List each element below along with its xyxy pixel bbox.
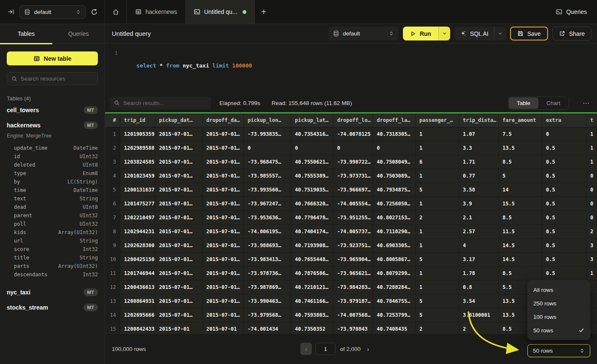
cell[interactable]: 0.8: [459, 280, 499, 294]
cell[interactable]: 2015-07-01…: [203, 183, 244, 197]
cell[interactable]: -73.965904…: [333, 253, 373, 267]
cell[interactable]: 3.3: [459, 141, 499, 155]
cell[interactable]: 0.5: [542, 267, 586, 280]
cell[interactable]: 1: [416, 239, 459, 253]
cell[interactable]: 40.7519035…: [291, 183, 333, 197]
cell[interactable]: -73.987869…: [244, 280, 291, 294]
cell[interactable]: -73.990722…: [333, 155, 373, 169]
sidebar-item-stocks-stream[interactable]: stocks_stream MT: [0, 300, 105, 315]
cell[interactable]: -73.973731…: [333, 169, 373, 183]
resource-search-input[interactable]: [21, 75, 93, 82]
new-tab-button[interactable]: +: [255, 0, 273, 24]
cell[interactable]: 40.7110290…: [373, 225, 416, 239]
cell[interactable]: 1202210497: [120, 211, 155, 225]
cell[interactable]: 40.8005867…: [373, 253, 416, 267]
tab-hackernews[interactable]: hackernews: [127, 0, 186, 24]
cell[interactable]: 0.5: [542, 169, 586, 183]
cell[interactable]: 2015-07-01…: [203, 280, 244, 294]
cell[interactable]: 1.71: [459, 155, 499, 169]
cell[interactable]: 40.7934875…: [373, 183, 416, 197]
sidebar-item-nyc-taxi[interactable]: nyc_taxi MT: [0, 285, 105, 300]
refresh-icon[interactable]: [91, 8, 98, 16]
cell[interactable]: -74.0078125: [333, 127, 373, 141]
cell[interactable]: 40.7318305…: [373, 127, 416, 141]
run-button[interactable]: Run: [403, 27, 438, 40]
cell[interactable]: 1201905359: [120, 127, 155, 141]
cell[interactable]: 0: [586, 197, 597, 211]
cell[interactable]: 15.5: [499, 197, 542, 211]
cell[interactable]: 1: [586, 155, 597, 169]
cell[interactable]: 2015-07-01…: [203, 239, 244, 253]
cell[interactable]: 2015-07-01…: [155, 267, 203, 280]
cell[interactable]: 1201746944: [120, 267, 155, 280]
cell[interactable]: -73.984283…: [333, 280, 373, 294]
cell[interactable]: 2: [416, 211, 459, 225]
cell[interactable]: 0: [244, 141, 291, 155]
cell[interactable]: 1.07: [459, 127, 499, 141]
cell[interactable]: 1202989588: [120, 141, 155, 155]
cell[interactable]: 1202628300: [120, 239, 155, 253]
col-header-extra[interactable]: extra: [542, 113, 586, 127]
page-number-input[interactable]: [316, 343, 335, 355]
cell[interactable]: -74.001434: [244, 322, 291, 333]
cell[interactable]: -73.923751…: [333, 239, 373, 253]
cell[interactable]: 1201023459: [120, 169, 155, 183]
cell[interactable]: 40.7193908…: [291, 239, 333, 253]
cell[interactable]: 7.5: [499, 127, 542, 141]
cell[interactable]: 0.5: [542, 183, 586, 197]
prev-page-button[interactable]: ‹: [300, 343, 312, 355]
cell[interactable]: 1: [416, 141, 459, 155]
sql-ai-button[interactable]: SQL AI: [454, 27, 494, 40]
col-header-trip-distance[interactable]: trip_dista…: [459, 113, 499, 127]
cell[interactable]: 2015-07-01…: [203, 169, 244, 183]
cell[interactable]: 8.5: [499, 211, 542, 225]
cell[interactable]: 0.5: [542, 253, 586, 267]
query-database-selector[interactable]: default: [328, 27, 399, 40]
sidebar-tab-queries[interactable]: Queries: [52, 24, 105, 43]
cell[interactable]: 5: [416, 253, 459, 267]
cell[interactable]: -73.967247…: [244, 197, 291, 211]
cell[interactable]: 1: [586, 141, 597, 155]
cell[interactable]: 40.8079299…: [373, 267, 416, 280]
cell[interactable]: 3.9: [459, 197, 499, 211]
cell[interactable]: 2015-07-01…: [203, 155, 244, 169]
tab-untitled-query[interactable]: Untitled qu...: [186, 0, 255, 24]
cell[interactable]: 40.7288284…: [373, 280, 416, 294]
cell[interactable]: 40.7350352: [291, 322, 333, 333]
sidebar-tab-tables[interactable]: Tables: [0, 24, 52, 43]
cell[interactable]: 0.5: [542, 197, 586, 211]
cell[interactable]: 3.17: [459, 253, 499, 267]
cell[interactable]: 1200425150: [120, 253, 155, 267]
view-toggle-segment[interactable]: Chart: [538, 97, 568, 109]
cell[interactable]: 2015-07-01…: [203, 211, 244, 225]
cell[interactable]: 40.7503089…: [373, 169, 416, 183]
cell[interactable]: 2015-07-01…: [155, 239, 203, 253]
cell[interactable]: -74.006195…: [244, 225, 291, 239]
col-header-pickup-lat[interactable]: pickup_lat…: [291, 113, 333, 127]
cell[interactable]: 1.78: [459, 267, 499, 280]
cell[interactable]: 14.5: [499, 239, 542, 253]
tab-home[interactable]: [105, 0, 127, 24]
cell[interactable]: 1: [416, 197, 459, 211]
cell[interactable]: -73.966697…: [333, 183, 373, 197]
cell[interactable]: 2015-07-01…: [155, 169, 203, 183]
queries-button[interactable]: Queries: [556, 0, 597, 24]
cell[interactable]: 1: [586, 267, 597, 280]
cell[interactable]: 40.7846755…: [373, 294, 416, 308]
cell[interactable]: 2015-07-01…: [203, 267, 244, 280]
cell[interactable]: 3: [586, 253, 597, 267]
cell[interactable]: 0: [586, 183, 597, 197]
cell[interactable]: 1200131637: [120, 183, 155, 197]
col-header-pickup-lon[interactable]: pickup_lon…: [244, 113, 291, 127]
cell[interactable]: -74.005737…: [333, 225, 373, 239]
cell[interactable]: 2015-07-01…: [155, 183, 203, 197]
cell[interactable]: 40.7655448…: [291, 253, 333, 267]
cell[interactable]: -74.005554…: [333, 197, 373, 211]
cell[interactable]: 40.7404174…: [291, 225, 333, 239]
sidebar-item-hackernews[interactable]: hackernews MT: [0, 118, 105, 133]
cell[interactable]: 0.77: [459, 169, 499, 183]
cell[interactable]: 1201475277: [120, 197, 155, 211]
cell[interactable]: 1203824585: [120, 155, 155, 169]
cell[interactable]: 40.7354316…: [291, 127, 333, 141]
results-search[interactable]: [110, 97, 211, 110]
